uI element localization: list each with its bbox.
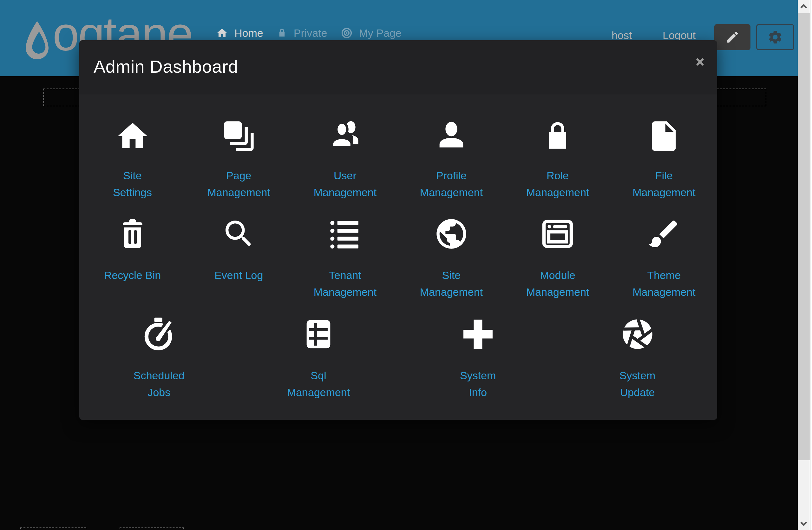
- window-icon: [539, 215, 576, 252]
- home-icon: [216, 27, 228, 39]
- tile-label-line2: Management: [526, 184, 589, 201]
- tile-label-line2: Management: [420, 184, 483, 201]
- nav-private-label: Private: [294, 27, 327, 39]
- tile-label-line2: Update: [620, 384, 655, 401]
- tile-system-update[interactable]: SystemUpdate: [557, 301, 717, 401]
- oqtane-drop-icon: [23, 20, 51, 62]
- scrollbar-thumb[interactable]: [798, 13, 810, 460]
- tile-tenant-management[interactable]: TenantManagement: [292, 201, 398, 301]
- tile-label-line1: Recycle Bin: [104, 267, 161, 284]
- scroll-up-button[interactable]: [798, 0, 810, 13]
- window-edge: [810, 0, 812, 530]
- timer-icon: [141, 316, 177, 353]
- person-icon: [433, 118, 470, 155]
- main-nav: Home Private My Page: [216, 24, 402, 42]
- tile-label-line2: Management: [207, 184, 270, 201]
- clipped-placeholder-1: [20, 528, 86, 530]
- nav-item-home[interactable]: Home: [216, 27, 263, 39]
- tile-label-line2: Management: [526, 284, 589, 301]
- tile-row-2: Recycle Bin Event Log: [79, 201, 717, 301]
- tile-label-line1: Page: [207, 167, 270, 184]
- tile-label-line1: System: [460, 367, 496, 384]
- tile-role-management[interactable]: RoleManagement: [505, 94, 611, 201]
- chevron-down-icon: [799, 519, 809, 528]
- tile-profile-management[interactable]: ProfileManagement: [398, 94, 505, 201]
- vertical-scrollbar[interactable]: [798, 0, 812, 530]
- search-icon: [220, 215, 257, 252]
- tile-label-line1: Site: [113, 167, 152, 184]
- app-screen: oqtane Home Private My Page host Logout: [0, 0, 812, 530]
- nav-home-label: Home: [234, 27, 263, 39]
- close-icon: [694, 56, 706, 68]
- tile-label-line2: Info: [460, 384, 496, 401]
- tile-row-1: SiteSettings PageManagement: [79, 94, 717, 201]
- trash-icon: [114, 215, 151, 252]
- tile-system-info[interactable]: SystemInfo: [398, 301, 558, 401]
- clipped-placeholder-2: [119, 528, 184, 530]
- scroll-down-button[interactable]: [798, 517, 810, 530]
- close-button[interactable]: [692, 54, 708, 70]
- nav-my-page-label: My Page: [359, 27, 402, 39]
- modal-body: SiteSettings PageManagement: [79, 94, 717, 401]
- aperture-icon: [619, 316, 656, 353]
- edit-mode-button[interactable]: [714, 24, 751, 50]
- tile-label-line2: Management: [287, 384, 350, 401]
- users-icon: [327, 118, 363, 155]
- tile-label-line1: Site: [420, 267, 483, 284]
- tile-label-line2: Management: [420, 284, 483, 301]
- tile-label-line1: File: [633, 167, 695, 184]
- tile-label-line2: Jobs: [133, 384, 185, 401]
- tile-label-line1: System: [620, 367, 655, 384]
- file-icon: [646, 118, 682, 155]
- tile-user-management[interactable]: UserManagement: [292, 94, 398, 201]
- tile-label-line1: User: [314, 167, 377, 184]
- globe-icon: [433, 215, 470, 252]
- list-icon: [327, 215, 363, 252]
- tile-label-line1: Sql: [287, 367, 350, 384]
- tile-label-line2: Settings: [113, 184, 152, 201]
- target-icon: [340, 27, 353, 39]
- tile-site-management[interactable]: SiteManagement: [398, 201, 505, 301]
- tile-label-line1: Module: [526, 267, 589, 284]
- tile-label-line2: Management: [314, 184, 377, 201]
- tile-label-line1: Role: [526, 167, 589, 184]
- tile-label-line2: Management: [633, 284, 695, 301]
- tile-label-line2: Management: [633, 184, 695, 201]
- tile-module-management[interactable]: ModuleManagement: [505, 201, 611, 301]
- chevron-up-icon: [799, 2, 809, 11]
- tile-file-management[interactable]: FileManagement: [611, 94, 717, 201]
- logout-link[interactable]: Logout: [663, 29, 696, 42]
- plus-icon: [460, 316, 496, 353]
- tile-label-line1: Tenant: [314, 267, 377, 284]
- tile-row-3: ScheduledJobs SqlManagement: [79, 301, 717, 401]
- tile-label-line1: Profile: [420, 167, 483, 184]
- tile-recycle-bin[interactable]: Recycle Bin: [79, 201, 186, 301]
- settings-button[interactable]: [756, 24, 794, 50]
- nav-item-my-page[interactable]: My Page: [340, 27, 402, 39]
- nav-item-private[interactable]: Private: [277, 27, 327, 39]
- tile-label-line1: Event Log: [214, 267, 263, 284]
- lock-icon: [277, 28, 287, 39]
- oqtane-logo[interactable]: [23, 20, 51, 62]
- tile-scheduled-jobs[interactable]: ScheduledJobs: [79, 301, 239, 401]
- pages-icon: [220, 118, 257, 155]
- tile-page-management[interactable]: PageManagement: [186, 94, 292, 201]
- modal-title: Admin Dashboard: [93, 56, 238, 77]
- lock-icon: [539, 118, 576, 155]
- brush-icon: [646, 215, 682, 252]
- tile-theme-management[interactable]: ThemeManagement: [611, 201, 717, 301]
- tile-sql-management[interactable]: SqlManagement: [239, 301, 398, 401]
- tile-label-line1: Scheduled: [133, 367, 185, 384]
- tile-label-line1: Theme: [633, 267, 695, 284]
- tile-site-settings[interactable]: SiteSettings: [79, 94, 186, 201]
- gear-icon: [767, 29, 783, 45]
- modal-header: Admin Dashboard: [79, 40, 717, 94]
- tile-label-line2: Management: [314, 284, 377, 301]
- admin-dashboard-modal: Admin Dashboard SiteSettings PageM: [79, 40, 717, 420]
- pencil-icon: [725, 30, 740, 44]
- username-link[interactable]: host: [611, 29, 632, 42]
- tile-event-log[interactable]: Event Log: [186, 201, 292, 301]
- table-icon: [300, 316, 337, 353]
- home-icon: [114, 118, 151, 155]
